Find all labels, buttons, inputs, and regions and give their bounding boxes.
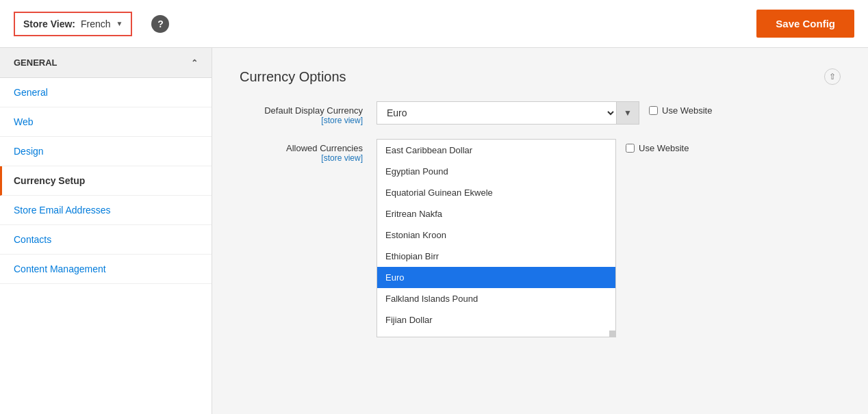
use-website-allowed-label: Use Website xyxy=(639,143,689,153)
list-item[interactable]: Estonian Kroon xyxy=(377,224,615,246)
list-item[interactable]: Egyptian Pound xyxy=(377,161,615,182)
chevron-down-icon: ▼ xyxy=(116,20,123,27)
store-view-label: Store View: xyxy=(23,18,75,29)
list-item-euro[interactable]: Euro xyxy=(377,267,615,288)
save-config-button[interactable]: Save Config xyxy=(756,10,854,38)
header: Store View: French ▼ ? Save Config xyxy=(0,0,868,48)
use-website-default-label: Use Website xyxy=(662,105,712,116)
content-area: Currency Options ⇧ Default Display Curre… xyxy=(212,48,868,414)
default-display-currency-select-wrapper: Euro ▼ xyxy=(376,101,639,125)
list-item[interactable]: Eritrean Nakfa xyxy=(377,203,615,224)
list-item[interactable]: Ethiopian Birr xyxy=(377,246,615,267)
main-layout: GENERAL ⌃ General Web Design Currency Se… xyxy=(0,48,868,414)
use-website-allowed-wrapper: Use Website xyxy=(626,139,689,153)
sidebar: GENERAL ⌃ General Web Design Currency Se… xyxy=(0,48,212,414)
sidebar-item-currency-setup[interactable]: Currency Setup xyxy=(0,166,212,196)
sidebar-item-design[interactable]: Design xyxy=(0,137,212,166)
sidebar-item-general[interactable]: General xyxy=(0,78,212,107)
list-item[interactable]: Equatorial Guinean Ekwele xyxy=(377,182,615,203)
sidebar-item-web[interactable]: Web xyxy=(0,107,212,137)
currency-list[interactable]: East Caribbean Dollar Egyptian Pound Equ… xyxy=(376,139,616,337)
sidebar-section-general[interactable]: GENERAL ⌃ xyxy=(0,48,212,78)
list-item[interactable]: Fijian Dollar xyxy=(377,309,615,331)
default-display-currency-label: Default Display Currency [store view] xyxy=(240,101,376,125)
allowed-currencies-controls: East Caribbean Dollar Egyptian Pound Equ… xyxy=(376,139,841,337)
collapse-button[interactable]: ⇧ xyxy=(824,68,841,85)
sidebar-collapse-icon: ⌃ xyxy=(191,58,198,68)
allowed-currencies-multiselect: East Caribbean Dollar Egyptian Pound Equ… xyxy=(376,139,616,337)
section-title-row: Currency Options ⇧ xyxy=(240,68,841,85)
use-website-default-checkbox[interactable] xyxy=(649,106,658,115)
select-dropdown-button[interactable]: ▼ xyxy=(616,101,639,125)
sidebar-item-content-management[interactable]: Content Management xyxy=(0,255,212,284)
default-display-currency-select[interactable]: Euro xyxy=(376,101,616,125)
sidebar-item-contacts[interactable]: Contacts xyxy=(0,225,212,255)
default-display-currency-controls: Euro ▼ Use Website xyxy=(376,101,841,125)
store-view-selector[interactable]: Store View: French ▼ xyxy=(14,12,132,36)
store-view-value: French xyxy=(81,18,111,29)
list-item[interactable]: East Caribbean Dollar xyxy=(377,140,615,161)
resize-handle[interactable] xyxy=(609,331,616,337)
section-title: Currency Options xyxy=(240,69,346,85)
allowed-currencies-row: Allowed Currencies [store view] East Car… xyxy=(240,139,841,337)
sidebar-item-store-email[interactable]: Store Email Addresses xyxy=(0,196,212,225)
default-display-currency-row: Default Display Currency [store view] Eu… xyxy=(240,101,841,125)
help-icon[interactable]: ? xyxy=(151,15,169,33)
use-website-default-wrapper: Use Website xyxy=(649,101,712,116)
sidebar-section-label: GENERAL xyxy=(14,57,58,68)
allowed-currencies-label: Allowed Currencies [store view] xyxy=(240,139,376,163)
list-item[interactable]: Falkland Islands Pound xyxy=(377,288,615,309)
use-website-allowed-checkbox[interactable] xyxy=(626,144,635,153)
list-item[interactable]: Gambian Dalasi xyxy=(377,331,615,337)
